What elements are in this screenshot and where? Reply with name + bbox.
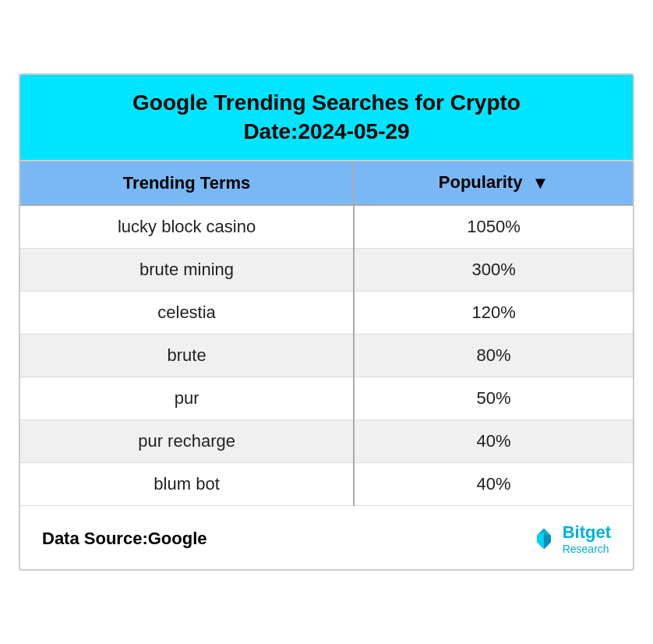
data-source-label: Data Source:Google: [42, 529, 206, 549]
table-row: brute mining300%: [20, 249, 633, 292]
table-row: pur recharge40%: [20, 420, 633, 463]
bitget-brand-sub: Research: [563, 543, 609, 555]
cell-term: lucky block casino: [20, 205, 354, 249]
col-header-popularity: Popularity ▼: [354, 161, 633, 205]
bitget-icon: [530, 525, 558, 553]
table-row: lucky block casino1050%: [20, 205, 633, 249]
table-row: celestia120%: [20, 292, 633, 334]
cell-popularity: 40%: [354, 463, 633, 506]
table-row: blum bot40%: [20, 463, 633, 506]
table-header-row: Trending Terms Popularity ▼: [20, 161, 633, 205]
page-title: Google Trending Searches for Crypto Date…: [36, 89, 617, 146]
title-line2: Date:2024-05-29: [243, 119, 409, 143]
col-header-terms: Trending Terms: [20, 161, 354, 205]
cell-popularity: 40%: [354, 420, 633, 463]
cell-term: brute mining: [20, 249, 354, 292]
cell-term: brute: [20, 334, 354, 377]
cell-popularity: 80%: [354, 334, 633, 377]
cell-term: pur recharge: [20, 420, 354, 463]
title-line1: Google Trending Searches for Crypto: [132, 90, 521, 115]
bitget-text: Bitget Research: [563, 523, 611, 554]
title-bar: Google Trending Searches for Crypto Date…: [20, 75, 633, 161]
footer: Data Source:Google Bitget Research: [20, 506, 633, 568]
cell-popularity: 120%: [354, 292, 633, 334]
bitget-brand-name: Bitget: [563, 523, 611, 542]
sort-down-icon: ▼: [532, 173, 549, 193]
cell-popularity: 1050%: [354, 205, 633, 249]
cell-term: celestia: [20, 292, 354, 334]
table-row: pur50%: [20, 377, 633, 420]
main-card: Google Trending Searches for Crypto Date…: [19, 73, 634, 570]
cell-popularity: 300%: [354, 249, 633, 292]
cell-term: blum bot: [20, 463, 354, 506]
cell-term: pur: [20, 377, 354, 420]
cell-popularity: 50%: [354, 377, 633, 420]
trending-table: Trending Terms Popularity ▼ lucky block …: [20, 161, 633, 506]
table-row: brute80%: [20, 334, 633, 377]
bitget-logo: Bitget Research: [530, 523, 611, 554]
